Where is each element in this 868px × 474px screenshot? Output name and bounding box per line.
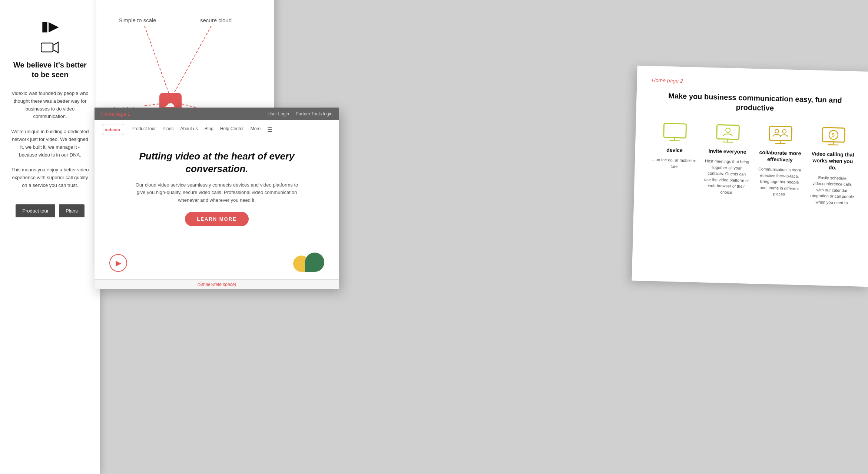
chat-bubbles xyxy=(293,253,324,272)
feature-invite-desc: Host meetings that bring together all yo… xyxy=(703,158,750,196)
dollar-monitor-icon: $ xyxy=(821,126,846,146)
svg-marker-1 xyxy=(53,42,58,53)
svg-text:$: $ xyxy=(832,132,835,138)
nav-about[interactable]: About us xyxy=(180,126,198,133)
feature-device-desc: ...on the go, ur mobile re ture xyxy=(651,157,697,170)
card3-nav-links: Product tour Plans About us Blog Help Ce… xyxy=(132,126,272,133)
play-circle-icon[interactable]: ▶ xyxy=(109,254,127,272)
feature-invite-title: Invite everyone xyxy=(708,148,746,155)
device-icon-box xyxy=(662,121,689,143)
videxio-logo-svg: videxio xyxy=(103,125,123,134)
card3-homepage1: Home page 1 User Login Partner Tools log… xyxy=(95,108,339,289)
svg-point-23 xyxy=(782,129,786,133)
user-login-link[interactable]: User Login xyxy=(268,111,289,116)
label-scale: Simple to scale xyxy=(119,17,156,23)
feature-collaborate-title: collaborate more effectively xyxy=(757,149,803,164)
card1-buttons: Product tour Plans xyxy=(16,204,84,217)
svg-line-14 xyxy=(670,141,680,141)
card3-logo: videxio xyxy=(102,124,124,135)
plans-button[interactable]: Plans xyxy=(59,204,85,217)
nav-more[interactable]: More xyxy=(251,126,261,133)
hero-headline: Putting video at the heart of every conv… xyxy=(109,150,324,175)
card3-nav: videxio Product tour Plans About us Blog… xyxy=(95,120,339,139)
hamburger-icon[interactable]: ☰ xyxy=(267,126,272,133)
product-tour-button[interactable]: Product tour xyxy=(16,204,55,217)
card4-label: Home page 2 xyxy=(652,77,859,89)
card3-topbar: Home page 1 User Login Partner Tools log… xyxy=(95,108,339,120)
svg-line-17 xyxy=(722,142,733,142)
nav-plans[interactable]: Plans xyxy=(162,126,173,133)
svg-rect-12 xyxy=(664,124,686,138)
card4-headline: Make you business communication easy, fu… xyxy=(651,90,859,115)
learn-more-button[interactable]: LEARN MORE xyxy=(185,212,248,226)
camera-icon: ▮▶ xyxy=(41,19,59,34)
svg-line-26 xyxy=(828,145,838,145)
svg-line-5 xyxy=(145,26,169,93)
card1-headline: We believe it's better to be seen xyxy=(11,60,89,79)
svg-point-18 xyxy=(726,128,730,132)
nav-help[interactable]: Help Center xyxy=(220,126,244,133)
card3-topbar-label: Home page 1 xyxy=(101,111,130,117)
svg-rect-19 xyxy=(769,126,792,141)
collaborate-icon-box xyxy=(767,124,794,145)
card1-para1: Videxio was founded by people who though… xyxy=(11,90,89,121)
invite-monitor-icon xyxy=(715,123,741,143)
card4-feature-collaborate: collaborate more effectively Communicati… xyxy=(756,124,804,198)
svg-rect-0 xyxy=(41,43,53,52)
card1-left-panel: ▮▶ We believe it's better to be seen Vid… xyxy=(0,0,100,474)
feature-videocall-desc: Easily schedule videoconference calls wi… xyxy=(809,174,855,206)
footer-note: (Small white space) xyxy=(198,282,236,287)
card4-feature-invite: Invite everyone Host meetings that bring… xyxy=(703,122,751,196)
card1-para2: We're unique in building a dedicated net… xyxy=(11,128,89,159)
card4-feature-videocall: $ Video calling that works when you do. … xyxy=(809,125,857,206)
invite-icon-box xyxy=(714,122,741,144)
video-camera-icon xyxy=(41,41,59,54)
nav-product-tour[interactable]: Product tour xyxy=(132,126,156,133)
svg-point-22 xyxy=(775,129,779,133)
feature-device-title: device xyxy=(666,147,683,154)
label-cloud: secure cloud xyxy=(200,17,232,23)
card4-icons-row: device ...on the go, ur mobile re ture I… xyxy=(649,121,858,206)
card4-homepage2: Home page 2 Make you business communicat… xyxy=(632,66,868,287)
feature-videocall-title: Video calling that works when you do. xyxy=(810,150,856,172)
svg-line-21 xyxy=(775,144,786,144)
svg-text:videxio: videxio xyxy=(105,127,120,132)
card3-bottom-icons: ▶ xyxy=(95,253,339,279)
svg-line-7 xyxy=(145,104,159,106)
videocall-icon-box: $ xyxy=(820,125,847,147)
svg-line-6 xyxy=(174,26,211,93)
card3-hero: Putting video at the heart of every conv… xyxy=(95,139,339,253)
partner-login-link[interactable]: Partner Tools login xyxy=(296,111,332,116)
device-monitor-icon xyxy=(662,122,688,142)
card1-para3: This means you enjoy a better video expe… xyxy=(11,166,89,189)
card3-topbar-links: User Login Partner Tools login xyxy=(268,111,332,116)
nav-blog[interactable]: Blog xyxy=(205,126,213,133)
card4-feature-device: device ...on the go, ur mobile re ture xyxy=(651,121,698,170)
feature-collaborate-desc: Communication is more effective face-to-… xyxy=(756,166,802,198)
collaborate-monitor-icon xyxy=(768,125,794,145)
hero-para: Our cloud video service seamlessly conne… xyxy=(132,181,302,204)
card3-footer: (Small white space) xyxy=(95,279,339,289)
bubble-green xyxy=(305,253,324,272)
